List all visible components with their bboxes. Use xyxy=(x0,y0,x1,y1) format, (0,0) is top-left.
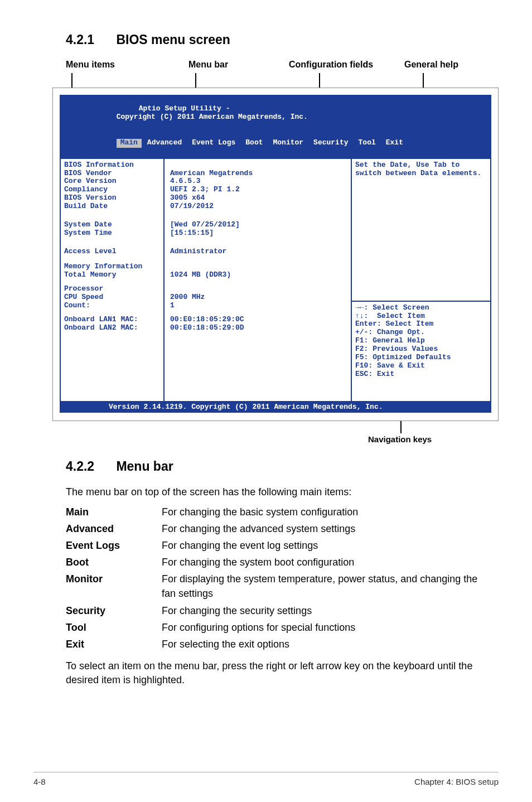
def-desc: For changing the basic system configurat… xyxy=(162,505,487,519)
nav-f5: F5: Optimized Defaults xyxy=(355,354,487,362)
def-desc: For changing the advanced system setting… xyxy=(162,521,487,536)
bios-mid-col: American Megatrends 4.6.5.3 UEFI 2.3; PI… xyxy=(165,159,352,401)
bios-tab-exit[interactable]: Exit xyxy=(384,138,403,147)
val-total-mem: 1024 MB (DDR3) xyxy=(170,271,345,279)
nav-f2: F2: Previous Values xyxy=(355,345,487,354)
val-sys-date[interactable]: [Wed 07/25/2012] xyxy=(170,221,345,229)
row-processor: Processor xyxy=(64,285,160,293)
footer-chapter: Chapter 4: BIOS setup xyxy=(414,777,499,786)
def-term: Monitor xyxy=(66,572,162,601)
def-desc: For selecting the exit options xyxy=(162,637,487,651)
def-boot: Boot For changing the system boot config… xyxy=(66,555,487,569)
def-monitor: Monitor For displaying the system temper… xyxy=(66,572,487,601)
row-bios-vendor[interactable]: BIOS Vendor xyxy=(64,170,160,178)
pointer-menu-bar xyxy=(195,73,196,88)
bios-tab-tool[interactable]: Tool xyxy=(356,138,376,147)
def-exit: Exit For selecting the exit options xyxy=(66,637,487,651)
footer-page-number: 4-8 xyxy=(33,777,46,786)
row-bios-version[interactable]: BIOS Version xyxy=(64,194,160,202)
row-compliancy[interactable]: Compliancy xyxy=(64,186,160,194)
label-menu-bar: Menu bar xyxy=(188,60,228,70)
nav-change-opt: +/-: Change Opt. xyxy=(355,328,487,337)
section-title-422: Menu bar xyxy=(116,459,173,474)
row-count[interactable]: Count: xyxy=(64,302,160,310)
bios-tab-eventlogs[interactable]: Event Logs xyxy=(190,138,235,147)
row-total-memory[interactable]: Total Memory xyxy=(64,271,160,279)
def-desc: For changing the system boot configurati… xyxy=(162,555,487,569)
help-top: Set the Date, Use Tab to switch between … xyxy=(352,159,490,301)
nav-f10: F10: Save & Exit xyxy=(355,362,487,370)
help-line1: Set the Date, Use Tab to xyxy=(355,161,487,170)
def-term: Advanced xyxy=(66,521,162,536)
row-system-date[interactable]: System Date xyxy=(64,221,160,229)
section-title: BIOS menu screen xyxy=(116,32,230,47)
nav-keys-callout: Navigation keys xyxy=(66,421,499,449)
val-build-date: 07/19/2012 xyxy=(170,202,345,211)
def-advanced: Advanced For changing the advanced syste… xyxy=(66,521,487,536)
row-access-level[interactable]: Access Level xyxy=(64,248,160,256)
def-desc: For configuring options for special func… xyxy=(162,620,487,635)
def-desc: For changing the event log settings xyxy=(162,538,487,553)
val-core: 4.6.5.3 xyxy=(170,177,345,186)
val-lan1: 00:E0:18:05:29:0C xyxy=(170,316,345,324)
row-system-time[interactable]: System Time xyxy=(64,229,160,238)
bios-tab-monitor[interactable]: Monitor xyxy=(271,138,304,147)
label-config-fields: Configuration fields xyxy=(289,60,373,70)
val-vendor: American Megatrends xyxy=(170,170,345,178)
def-term: Security xyxy=(66,603,162,618)
val-sys-time[interactable]: [15:15:15] xyxy=(170,229,345,238)
nav-select-screen: →←: Select Screen xyxy=(355,304,487,312)
row-lan2[interactable]: Onboard LAN2 MAC: xyxy=(64,324,160,332)
val-bios-ver: 3005 x64 xyxy=(170,194,345,202)
def-term: Exit xyxy=(66,637,162,651)
def-eventlogs: Event Logs For changing the event log se… xyxy=(66,538,487,553)
nav-f1: F1: General Help xyxy=(355,337,487,345)
bios-tab-advanced[interactable]: Advanced xyxy=(145,138,182,147)
val-count: 1 xyxy=(170,302,345,310)
bios-tab-security[interactable]: Security xyxy=(311,138,348,147)
bios-screenshot: Aptio Setup Utility - Copyright (C) 2011… xyxy=(52,88,499,421)
diagram-labels: Menu items Menu bar Configuration fields… xyxy=(66,60,499,73)
row-build-date[interactable]: Build Date xyxy=(64,202,160,211)
label-nav-keys: Navigation keys xyxy=(368,434,432,444)
val-compliancy: UEFI 2.3; PI 1.2 xyxy=(170,186,345,194)
closing-text: To select an item on the menu bar, press… xyxy=(66,659,485,687)
bios-header-right: merican Megatrends, Inc. xyxy=(204,113,308,121)
bios-header: Aptio Setup Utility - Copyright (C) 2011… xyxy=(60,95,491,159)
row-lan1[interactable]: Onboard LAN1 MAC: xyxy=(64,316,160,324)
bios-version-bar: Version 2.14.1219. Copyright (C) 2011 Am… xyxy=(60,402,491,413)
bios-right-col: Set the Date, Use Tab to switch between … xyxy=(352,159,490,401)
menu-definitions: Main For changing the basic system confi… xyxy=(66,505,487,651)
bios-header-left: Aptio Setup Utility - xyxy=(117,104,230,113)
pointer-menu-items xyxy=(71,73,72,88)
def-term: Main xyxy=(66,505,162,519)
help-line2: switch between Data elements. xyxy=(355,170,487,178)
pointer-help xyxy=(423,73,424,88)
bios-version-text: Version 2.14.1219. Copyright (C) 2011 Am… xyxy=(64,403,383,412)
val-lan2: 00:E0:18:05:29:0D xyxy=(170,324,345,332)
bios-left-col: BIOS Information BIOS Vendor Core Versio… xyxy=(61,159,165,401)
def-tool: Tool For configuring options for special… xyxy=(66,620,487,635)
val-cpu-speed: 2000 MHz xyxy=(170,293,345,302)
bios-header-mid: Copyright (C) 2011 A xyxy=(117,113,204,121)
def-main: Main For changing the basic system confi… xyxy=(66,505,487,519)
intro-text: The menu bar on top of the screen has th… xyxy=(66,486,499,498)
def-term: Event Logs xyxy=(66,538,162,553)
row-bios-info: BIOS Information xyxy=(64,161,160,170)
label-menu-items: Menu items xyxy=(66,60,115,70)
nav-enter: Enter: Select Item xyxy=(355,320,487,328)
help-bottom: →←: Select Screen ↑↓: Select Item Enter:… xyxy=(352,302,490,401)
page-footer: 4-8 Chapter 4: BIOS setup xyxy=(33,772,499,786)
section-heading-422: 4.2.2 Menu bar xyxy=(66,459,499,474)
def-desc: For changing the security settings xyxy=(162,603,487,618)
row-core-version[interactable]: Core Version xyxy=(64,177,160,186)
row-mem-info: Memory Information xyxy=(64,263,160,271)
label-general-help: General help xyxy=(404,60,458,70)
nav-esc: ESC: Exit xyxy=(355,370,487,379)
bios-tab-main[interactable]: Main xyxy=(117,139,142,148)
row-cpu-speed[interactable]: CPU Speed xyxy=(64,293,160,302)
section-number: 4.2.1 xyxy=(66,32,113,47)
bios-tab-boot[interactable]: Boot xyxy=(243,138,263,147)
diagram-pointers xyxy=(66,73,499,88)
def-security: Security For changing the security setti… xyxy=(66,603,487,618)
